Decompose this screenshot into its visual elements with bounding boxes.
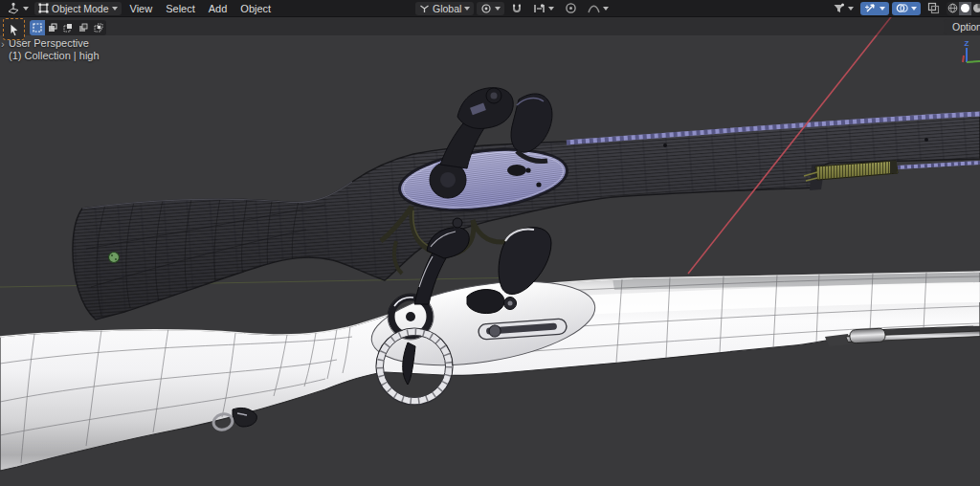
options-label: Options: [952, 21, 980, 33]
falloff-dropdown[interactable]: [584, 2, 612, 15]
snap-toggle[interactable]: [507, 2, 526, 15]
falloff-icon: [588, 3, 600, 13]
select-mode-set-button[interactable]: [30, 20, 45, 35]
wireframe-shading-icon: [947, 3, 958, 13]
show-overlays-toggle[interactable]: [892, 2, 921, 15]
select-intersect-icon: [94, 23, 103, 33]
tool-header: [0, 16, 980, 35]
axis-z-label: Z: [965, 39, 969, 48]
menu-add[interactable]: Add: [202, 0, 234, 16]
select-subtract-icon: [63, 23, 73, 33]
menu-object[interactable]: Object: [234, 0, 278, 16]
editor-type-icon: [7, 2, 20, 14]
select-mode-invert-button[interactable]: [76, 20, 91, 35]
pivot-dropdown[interactable]: [477, 2, 504, 15]
chevron-down-icon: [848, 7, 854, 11]
proportional-icon: [565, 2, 577, 14]
xray-toggle[interactable]: [924, 2, 944, 15]
mini-axis-gizmo[interactable]: Z: [963, 39, 980, 62]
chevron-down-icon: [112, 7, 118, 11]
chevron-down-icon: [495, 7, 501, 11]
object-mode-icon: [38, 3, 49, 13]
solid-shading-icon: [960, 3, 970, 13]
viewport-canvas[interactable]: Z: [0, 0, 980, 486]
tool-options-dropdown[interactable]: Options: [944, 19, 980, 34]
viewport-header: Object Mode View Select Add Object Globa…: [0, 0, 980, 17]
snap-target-dropdown[interactable]: [529, 2, 558, 15]
select-mode-group: [30, 20, 106, 35]
visibility-filter-dropdown[interactable]: [829, 2, 858, 15]
proportional-editing-toggle[interactable]: [561, 2, 581, 15]
visibility-filter-icon: [833, 3, 845, 14]
show-gizmo-toggle[interactable]: [860, 2, 889, 15]
chevron-down-icon: [548, 7, 554, 11]
orientation-dropdown[interactable]: Global: [415, 2, 474, 15]
mode-label: Object Mode: [52, 2, 109, 15]
orientation-label: Global: [433, 2, 461, 15]
shading-material-button[interactable]: [971, 2, 980, 15]
select-mode-extend-button[interactable]: [45, 20, 60, 35]
chevron-down-icon: [603, 7, 609, 11]
overlays-icon: [896, 2, 908, 14]
menubar: View Select Add Object: [123, 0, 278, 16]
select-invert-icon: [78, 23, 88, 33]
menu-view[interactable]: View: [123, 0, 160, 16]
chevron-down-icon: [464, 7, 470, 11]
material-shading-icon: [972, 3, 980, 13]
select-extend-icon: [48, 23, 57, 33]
sling-button: [109, 253, 120, 263]
snap-magnet-icon: [511, 3, 523, 14]
active-object-label: (1) Collection | high: [9, 50, 100, 62]
snap-target-icon: [533, 3, 546, 14]
select-mode-intersect-button[interactable]: [91, 20, 106, 35]
shading-wireframe-button[interactable]: [947, 2, 959, 15]
select-mode-subtract-button[interactable]: [60, 20, 76, 35]
editor-type-button[interactable]: [3, 2, 33, 15]
active-tool-tweak-button[interactable]: [3, 18, 25, 40]
pivot-icon: [480, 3, 492, 14]
mode-dropdown[interactable]: Object Mode: [34, 2, 122, 15]
shading-solid-button[interactable]: [959, 2, 971, 15]
viewport-overlay-text: User Perspective (1) Collection | high: [9, 37, 100, 62]
xray-icon: [927, 2, 940, 14]
chevron-down-icon: [911, 7, 917, 11]
blender-window: Z Object Mode: [0, 0, 980, 486]
transform-orientation-icon: [419, 3, 430, 13]
shading-mode-group: [947, 2, 980, 15]
chevron-down-icon: [23, 7, 29, 11]
cursor-arrow-icon: [9, 23, 20, 36]
chevron-down-icon: [880, 7, 885, 11]
select-set-icon: [33, 23, 42, 33]
gizmo-icon: [864, 2, 877, 14]
menu-select[interactable]: Select: [159, 0, 202, 16]
